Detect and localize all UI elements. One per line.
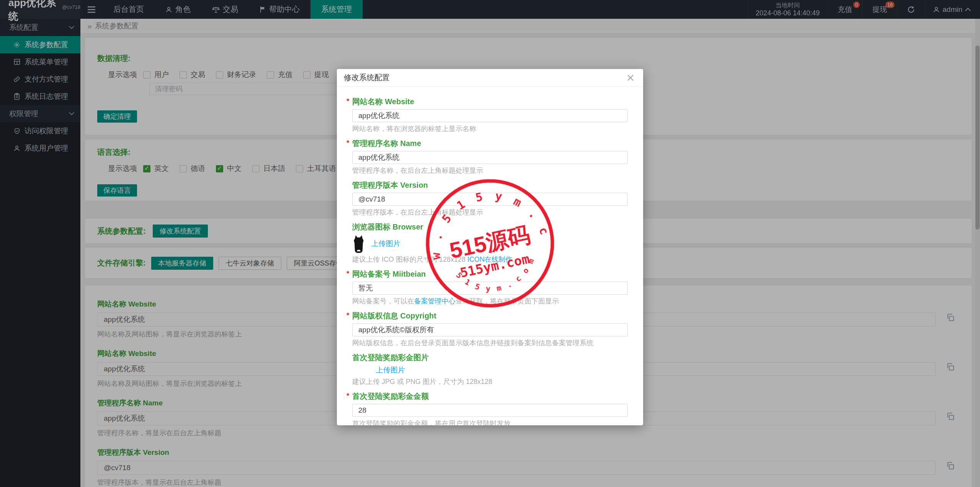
modal-field-hint: 网站备案号，可以在备案管理中心查询获取，将在登录页面下面显示 [352,297,628,306]
required-asterisk: * [346,97,349,105]
upload-image-link[interactable]: 上传图片 [376,365,405,375]
modal-field-4: *网站备案号 Miitbeian网站备案号，可以在备案管理中心查询获取，将在登录… [352,269,628,306]
modal-field-hint: 管理程序版本，在后台左上角标题处理显示 [352,208,628,217]
required-asterisk: * [346,392,349,400]
modal-field-2: 管理程序版本 Version管理程序版本，在后台左上角标题处理显示 [352,180,628,217]
modal-body: *网站名称 Website网站名称，将在浏览器的标签上显示名称*管理程序名称 N… [337,87,643,425]
modal-field-input[interactable] [352,404,628,417]
modal-field-label: 首次登陆奖励彩金图片 [352,353,628,363]
required-asterisk: * [346,139,349,147]
modal-field-input[interactable] [352,151,628,164]
modal-header: 修改系统配置 [337,69,643,87]
modal-field-hint: 网站版权信息，在后台登录页面显示版本信息并链接到备案到信息备案管理系统 [352,338,628,348]
close-icon[interactable] [625,72,636,84]
hint-link[interactable]: ICON在线制作 [467,256,512,263]
modal-field-label: *首次登陆奖励彩金金额 [352,391,628,402]
modal-title: 修改系统配置 [344,72,625,83]
modal-field-1: *管理程序名称 Name管理程序名称，在后台左上角标题处理显示 [352,138,628,175]
required-asterisk: * [346,269,349,278]
modal-field-label: 管理程序版本 Version [352,180,628,190]
modal-field-label: *网站版权信息 Copyright [352,311,628,321]
modal-field-hint: 建议上传 JPG 或 PNG 图片，尺寸为 128x128 [352,377,628,386]
modal-field-input[interactable] [352,193,628,206]
edit-config-modal: 修改系统配置 *网站名称 Website网站名称，将在浏览器的标签上显示名称*管… [337,69,643,425]
modal-field-3: 浏览器图标 Browser上传图片建议上传 ICO 图标的尺寸为 128x128… [352,222,628,264]
required-asterisk: * [346,311,349,320]
modal-field-hint: 建议上传 ICO 图标的尺寸为 128x128 ICON在线制作 [352,255,628,264]
modal-field-7: *首次登陆奖励彩金金额首次登陆奖励的彩金金额，将在用户首次登陆时发放 [352,391,628,425]
cat-icon [352,234,365,253]
hint-link[interactable]: 备案管理中心 [414,297,456,305]
modal-field-label: 浏览器图标 Browser [352,222,628,232]
modal-field-6: 首次登陆奖励彩金图片上传图片建议上传 JPG 或 PNG 图片，尺寸为 128x… [352,353,628,386]
modal-field-label: *管理程序名称 Name [352,138,628,149]
modal-field-hint: 首次登陆奖励的彩金金额，将在用户首次登陆时发放 [352,419,628,425]
modal-field-input[interactable] [352,323,628,336]
modal-field-0: *网站名称 Website网站名称，将在浏览器的标签上显示名称 [352,97,628,133]
modal-field-5: *网站版权信息 Copyright网站版权信息，在后台登录页面显示版本信息并链接… [352,311,628,348]
modal-field-label: *网站备案号 Miitbeian [352,269,628,279]
modal-field-hint: 网站名称，将在浏览器的标签上显示名称 [352,124,628,133]
modal-field-hint: 管理程序名称，在后台左上角标题处理显示 [352,166,628,175]
modal-field-input[interactable] [352,282,628,295]
modal-field-label: *网站名称 Website [352,97,628,107]
modal-field-input[interactable] [352,109,628,122]
upload-image-link[interactable]: 上传图片 [371,239,400,249]
